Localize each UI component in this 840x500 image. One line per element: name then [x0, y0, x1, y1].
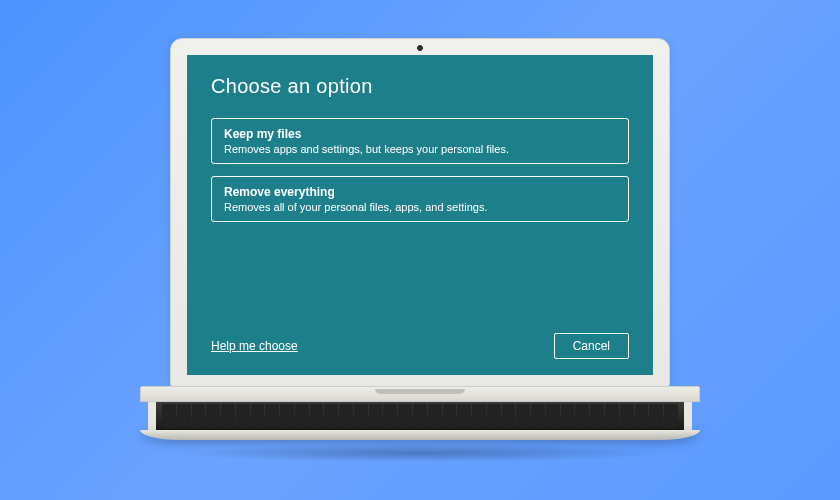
cancel-button[interactable]: Cancel	[554, 333, 629, 359]
help-me-choose-link[interactable]: Help me choose	[211, 339, 298, 353]
reset-pc-dialog: Choose an option Keep my files Removes a…	[187, 55, 653, 375]
keyboard	[148, 402, 692, 430]
dialog-title: Choose an option	[211, 75, 629, 98]
webcam-icon	[417, 45, 423, 51]
option-keep-my-files[interactable]: Keep my files Removes apps and settings,…	[211, 118, 629, 164]
option-title: Keep my files	[224, 127, 616, 141]
laptop-device: Choose an option Keep my files Removes a…	[140, 38, 700, 462]
hinge-notch	[375, 389, 465, 394]
option-remove-everything[interactable]: Remove everything Removes all of your pe…	[211, 176, 629, 222]
laptop-front-edge	[140, 430, 700, 440]
option-description: Removes all of your personal files, apps…	[224, 201, 616, 213]
laptop-hinge	[140, 386, 700, 402]
dialog-footer: Help me choose Cancel	[211, 333, 629, 359]
laptop-base	[140, 386, 700, 440]
laptop-shadow	[170, 444, 670, 462]
option-title: Remove everything	[224, 185, 616, 199]
laptop-screen-bezel: Choose an option Keep my files Removes a…	[170, 38, 670, 388]
option-description: Removes apps and settings, but keeps you…	[224, 143, 616, 155]
